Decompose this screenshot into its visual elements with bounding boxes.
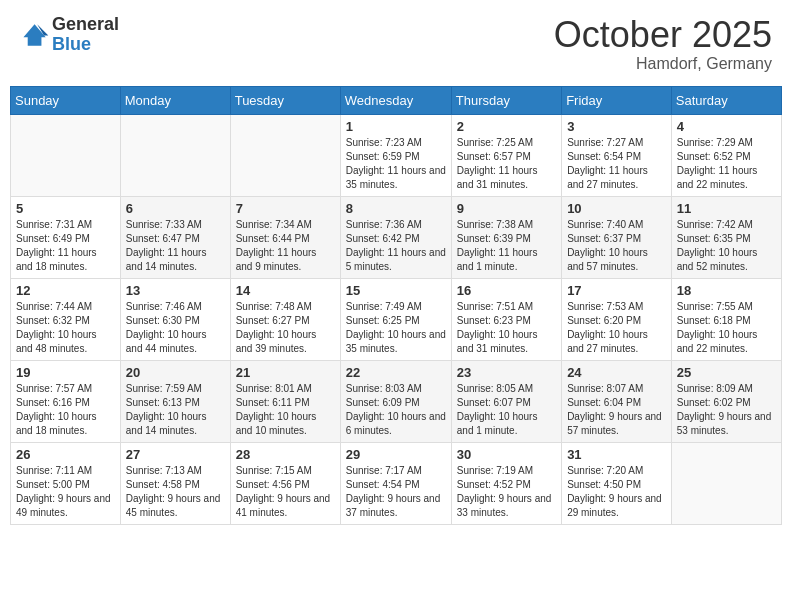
day-number: 9: [457, 201, 556, 216]
day-number: 17: [567, 283, 666, 298]
day-number: 6: [126, 201, 225, 216]
day-info: Sunrise: 7:48 AM Sunset: 6:27 PM Dayligh…: [236, 300, 335, 356]
day-info: Sunrise: 7:33 AM Sunset: 6:47 PM Dayligh…: [126, 218, 225, 274]
day-info: Sunrise: 8:01 AM Sunset: 6:11 PM Dayligh…: [236, 382, 335, 438]
title-section: October 2025 Hamdorf, Germany: [554, 15, 772, 73]
calendar-cell: 15Sunrise: 7:49 AM Sunset: 6:25 PM Dayli…: [340, 278, 451, 360]
day-number: 29: [346, 447, 446, 462]
calendar-cell: 6Sunrise: 7:33 AM Sunset: 6:47 PM Daylig…: [120, 196, 230, 278]
weekday-header-wednesday: Wednesday: [340, 86, 451, 114]
day-number: 13: [126, 283, 225, 298]
calendar-cell: 12Sunrise: 7:44 AM Sunset: 6:32 PM Dayli…: [11, 278, 121, 360]
day-number: 10: [567, 201, 666, 216]
day-number: 3: [567, 119, 666, 134]
day-number: 5: [16, 201, 115, 216]
day-info: Sunrise: 7:23 AM Sunset: 6:59 PM Dayligh…: [346, 136, 446, 192]
day-number: 30: [457, 447, 556, 462]
weekday-header-sunday: Sunday: [11, 86, 121, 114]
calendar-week-5: 26Sunrise: 7:11 AM Sunset: 5:00 PM Dayli…: [11, 442, 782, 524]
calendar-cell: 10Sunrise: 7:40 AM Sunset: 6:37 PM Dayli…: [562, 196, 672, 278]
calendar-cell: 7Sunrise: 7:34 AM Sunset: 6:44 PM Daylig…: [230, 196, 340, 278]
day-info: Sunrise: 7:27 AM Sunset: 6:54 PM Dayligh…: [567, 136, 666, 192]
calendar-cell: 3Sunrise: 7:27 AM Sunset: 6:54 PM Daylig…: [562, 114, 672, 196]
logo-general-text: General: [52, 15, 119, 35]
calendar-week-1: 1Sunrise: 7:23 AM Sunset: 6:59 PM Daylig…: [11, 114, 782, 196]
calendar-cell: 16Sunrise: 7:51 AM Sunset: 6:23 PM Dayli…: [451, 278, 561, 360]
calendar-cell: 23Sunrise: 8:05 AM Sunset: 6:07 PM Dayli…: [451, 360, 561, 442]
weekday-header-monday: Monday: [120, 86, 230, 114]
day-info: Sunrise: 7:20 AM Sunset: 4:50 PM Dayligh…: [567, 464, 666, 520]
day-info: Sunrise: 7:11 AM Sunset: 5:00 PM Dayligh…: [16, 464, 115, 520]
day-number: 24: [567, 365, 666, 380]
day-info: Sunrise: 8:09 AM Sunset: 6:02 PM Dayligh…: [677, 382, 776, 438]
day-info: Sunrise: 7:59 AM Sunset: 6:13 PM Dayligh…: [126, 382, 225, 438]
calendar-cell: 8Sunrise: 7:36 AM Sunset: 6:42 PM Daylig…: [340, 196, 451, 278]
day-number: 16: [457, 283, 556, 298]
day-info: Sunrise: 7:57 AM Sunset: 6:16 PM Dayligh…: [16, 382, 115, 438]
calendar-cell: 5Sunrise: 7:31 AM Sunset: 6:49 PM Daylig…: [11, 196, 121, 278]
weekday-header-saturday: Saturday: [671, 86, 781, 114]
day-info: Sunrise: 7:53 AM Sunset: 6:20 PM Dayligh…: [567, 300, 666, 356]
day-info: Sunrise: 7:19 AM Sunset: 4:52 PM Dayligh…: [457, 464, 556, 520]
day-number: 14: [236, 283, 335, 298]
day-info: Sunrise: 7:36 AM Sunset: 6:42 PM Dayligh…: [346, 218, 446, 274]
calendar-cell: 31Sunrise: 7:20 AM Sunset: 4:50 PM Dayli…: [562, 442, 672, 524]
day-number: 19: [16, 365, 115, 380]
calendar-cell: 29Sunrise: 7:17 AM Sunset: 4:54 PM Dayli…: [340, 442, 451, 524]
logo-blue-text: Blue: [52, 35, 119, 55]
day-info: Sunrise: 7:46 AM Sunset: 6:30 PM Dayligh…: [126, 300, 225, 356]
day-number: 21: [236, 365, 335, 380]
calendar-week-2: 5Sunrise: 7:31 AM Sunset: 6:49 PM Daylig…: [11, 196, 782, 278]
day-info: Sunrise: 7:34 AM Sunset: 6:44 PM Dayligh…: [236, 218, 335, 274]
day-info: Sunrise: 8:03 AM Sunset: 6:09 PM Dayligh…: [346, 382, 446, 438]
calendar-cell: 22Sunrise: 8:03 AM Sunset: 6:09 PM Dayli…: [340, 360, 451, 442]
calendar-cell: [120, 114, 230, 196]
day-info: Sunrise: 7:15 AM Sunset: 4:56 PM Dayligh…: [236, 464, 335, 520]
day-number: 11: [677, 201, 776, 216]
calendar-cell: 26Sunrise: 7:11 AM Sunset: 5:00 PM Dayli…: [11, 442, 121, 524]
day-number: 20: [126, 365, 225, 380]
day-info: Sunrise: 7:17 AM Sunset: 4:54 PM Dayligh…: [346, 464, 446, 520]
calendar-cell: 1Sunrise: 7:23 AM Sunset: 6:59 PM Daylig…: [340, 114, 451, 196]
calendar-cell: 14Sunrise: 7:48 AM Sunset: 6:27 PM Dayli…: [230, 278, 340, 360]
day-info: Sunrise: 7:29 AM Sunset: 6:52 PM Dayligh…: [677, 136, 776, 192]
calendar-cell: 20Sunrise: 7:59 AM Sunset: 6:13 PM Dayli…: [120, 360, 230, 442]
calendar-cell: 17Sunrise: 7:53 AM Sunset: 6:20 PM Dayli…: [562, 278, 672, 360]
calendar-cell: 27Sunrise: 7:13 AM Sunset: 4:58 PM Dayli…: [120, 442, 230, 524]
day-info: Sunrise: 7:31 AM Sunset: 6:49 PM Dayligh…: [16, 218, 115, 274]
calendar-cell: 2Sunrise: 7:25 AM Sunset: 6:57 PM Daylig…: [451, 114, 561, 196]
calendar-cell: 9Sunrise: 7:38 AM Sunset: 6:39 PM Daylig…: [451, 196, 561, 278]
calendar-cell: 24Sunrise: 8:07 AM Sunset: 6:04 PM Dayli…: [562, 360, 672, 442]
day-number: 2: [457, 119, 556, 134]
logo-icon: [20, 20, 50, 50]
calendar-cell: 4Sunrise: 7:29 AM Sunset: 6:52 PM Daylig…: [671, 114, 781, 196]
day-info: Sunrise: 7:42 AM Sunset: 6:35 PM Dayligh…: [677, 218, 776, 274]
day-number: 12: [16, 283, 115, 298]
day-info: Sunrise: 7:51 AM Sunset: 6:23 PM Dayligh…: [457, 300, 556, 356]
day-info: Sunrise: 7:13 AM Sunset: 4:58 PM Dayligh…: [126, 464, 225, 520]
day-number: 28: [236, 447, 335, 462]
calendar-cell: 11Sunrise: 7:42 AM Sunset: 6:35 PM Dayli…: [671, 196, 781, 278]
weekday-header-thursday: Thursday: [451, 86, 561, 114]
day-info: Sunrise: 7:25 AM Sunset: 6:57 PM Dayligh…: [457, 136, 556, 192]
day-number: 15: [346, 283, 446, 298]
day-info: Sunrise: 8:05 AM Sunset: 6:07 PM Dayligh…: [457, 382, 556, 438]
month-title: October 2025: [554, 15, 772, 55]
day-number: 22: [346, 365, 446, 380]
day-info: Sunrise: 7:38 AM Sunset: 6:39 PM Dayligh…: [457, 218, 556, 274]
day-number: 7: [236, 201, 335, 216]
calendar-cell: [230, 114, 340, 196]
calendar-cell: 30Sunrise: 7:19 AM Sunset: 4:52 PM Dayli…: [451, 442, 561, 524]
weekday-header-row: SundayMondayTuesdayWednesdayThursdayFrid…: [11, 86, 782, 114]
day-info: Sunrise: 7:55 AM Sunset: 6:18 PM Dayligh…: [677, 300, 776, 356]
logo-text: General Blue: [52, 15, 119, 55]
calendar-cell: 28Sunrise: 7:15 AM Sunset: 4:56 PM Dayli…: [230, 442, 340, 524]
day-number: 8: [346, 201, 446, 216]
calendar-cell: 25Sunrise: 8:09 AM Sunset: 6:02 PM Dayli…: [671, 360, 781, 442]
svg-marker-0: [23, 24, 45, 45]
calendar-cell: 19Sunrise: 7:57 AM Sunset: 6:16 PM Dayli…: [11, 360, 121, 442]
weekday-header-tuesday: Tuesday: [230, 86, 340, 114]
calendar-cell: 18Sunrise: 7:55 AM Sunset: 6:18 PM Dayli…: [671, 278, 781, 360]
page-header: General Blue October 2025 Hamdorf, Germa…: [10, 10, 782, 78]
location: Hamdorf, Germany: [554, 55, 772, 73]
